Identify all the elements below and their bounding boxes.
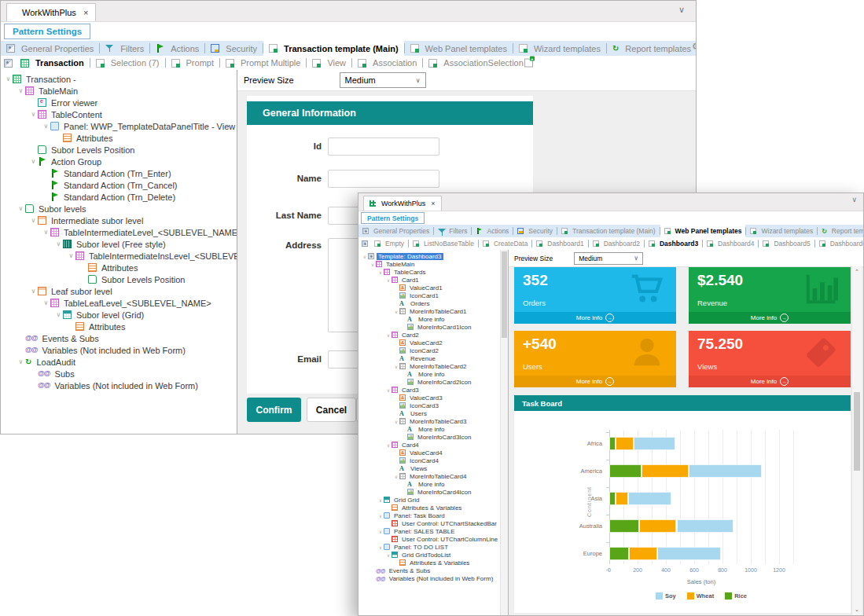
confirm-button[interactable]: Confirm bbox=[247, 398, 301, 422]
tree-item-panel-wwp-templatedatapaneltitle-view-detail-d[interactable]: ∨Panel: WWP_TemplateDataPanelTitle - Vie… bbox=[1, 120, 237, 132]
cancel-button[interactable]: Cancel bbox=[307, 398, 356, 422]
tree-item-valuecard4[interactable]: ValueCard4 bbox=[358, 449, 508, 456]
tab-wizard-templates[interactable]: Wizard templates bbox=[746, 225, 817, 237]
card-more-info-link[interactable]: More info→ bbox=[514, 376, 676, 387]
expander-chevron-icon[interactable]: ∨ bbox=[385, 442, 392, 448]
tree-item-attributes[interactable]: Attributes bbox=[1, 262, 237, 273]
subtab-dashboard1[interactable]: Dashboard1 bbox=[532, 237, 587, 250]
tree-item-variables-not-included-in-web-form[interactable]: Variables (Not included in Web Form) bbox=[1, 380, 237, 391]
tree-item-user-control-utchartstackedbar[interactable]: User Control: UTChartStackedBar bbox=[358, 519, 508, 527]
expander-chevron-icon[interactable]: ∨ bbox=[29, 158, 38, 165]
page-plus-icon[interactable] bbox=[524, 59, 533, 68]
tree-item-subor-level-grid[interactable]: ∨Subor level (Grid) bbox=[1, 309, 237, 321]
tab-web-panel-templates[interactable]: Web Panel templates bbox=[405, 41, 513, 56]
tree-item-card1[interactable]: ∨Card1 bbox=[358, 276, 508, 284]
tab-actions[interactable]: Actions bbox=[150, 41, 204, 56]
tree-item-action-group[interactable]: ∨Action Group bbox=[1, 156, 237, 167]
expander-chevron-icon[interactable]: ∨ bbox=[369, 262, 376, 267]
scroll-up-icon[interactable]: ⌃ bbox=[852, 269, 862, 275]
subtab-listnobasetable[interactable]: ListNoBaseTable bbox=[409, 237, 478, 250]
pattern-settings-button[interactable]: Pattern Settings bbox=[4, 24, 90, 39]
tree-item-intermediate-subor-level[interactable]: ∨Intermediate subor level bbox=[1, 214, 237, 226]
tree-item-tablemain[interactable]: ∨TableMain bbox=[1, 85, 237, 97]
tree-item-tablecards[interactable]: ∨TableCards bbox=[358, 268, 508, 276]
expander-chevron-icon[interactable]: ∨ bbox=[42, 229, 50, 236]
card-more-info-link[interactable]: More info→ bbox=[689, 376, 851, 387]
tree-scrollbar-thumb[interactable] bbox=[502, 251, 507, 338]
tree-item-iconcard2[interactable]: IconCard2 bbox=[358, 346, 508, 354]
document-tab[interactable]: WorkWithPlus × bbox=[6, 3, 96, 21]
tree-item-subor-levels-position[interactable]: Subor Levels Position bbox=[1, 273, 237, 285]
tree-item-valuecard2[interactable]: ValueCard2 bbox=[358, 339, 508, 346]
tree-item-tableintermediatelevel-sublevel-name[interactable]: ∨TableIntermediateLevel_<SUBLEVEL_NAME> bbox=[1, 226, 237, 238]
subtab-transaction[interactable]: Transaction bbox=[15, 56, 90, 70]
tab-transaction-template-main[interactable]: Transaction template (Main) bbox=[557, 225, 660, 237]
pattern-settings-button[interactable]: Pattern Settings bbox=[361, 212, 425, 224]
tree-item-loadaudit[interactable]: ∨LoadAudit bbox=[1, 356, 237, 368]
expander-chevron-icon[interactable]: ∨ bbox=[393, 474, 399, 479]
subtab-prompt[interactable]: Prompt bbox=[166, 56, 219, 70]
tree-item-variables-not-included-in-web-form[interactable]: Variables (Not included in Web Form) bbox=[1, 344, 237, 356]
card-more-info-link[interactable]: More info→ bbox=[689, 312, 851, 324]
expander-chevron-icon[interactable]: ∨ bbox=[42, 123, 50, 130]
tree-scrollbar[interactable] bbox=[500, 250, 508, 615]
subtab-association[interactable]: Association bbox=[352, 56, 422, 70]
expander-chevron-icon[interactable]: ∨ bbox=[362, 254, 368, 259]
tree-item-tablecontent[interactable]: ∨TableContent bbox=[1, 108, 237, 120]
tree-item-standard-action-trn-delete[interactable]: Standard Action (Trn_Delete) bbox=[1, 191, 237, 203]
expander-chevron-icon[interactable]: ∨ bbox=[17, 87, 25, 94]
tab-general-properties[interactable]: General Properties bbox=[1, 41, 99, 56]
subtab-prompt-multiple[interactable]: Prompt Multiple bbox=[220, 56, 306, 70]
tree-item-subor-level-free-style[interactable]: ∨Subor level (Free style) bbox=[1, 238, 237, 250]
tree-item-panel-to-do-list[interactable]: ∨Panel: TO DO LIST bbox=[358, 543, 508, 551]
gear-icon[interactable] bbox=[692, 41, 696, 56]
tree-item-transaction[interactable]: ∨Transaction - bbox=[1, 73, 237, 85]
scroll-down-icon[interactable]: ⌄ bbox=[852, 607, 862, 613]
expander-chevron-icon[interactable]: ∨ bbox=[29, 111, 38, 118]
tab-report-templates[interactable]: Report templates bbox=[607, 41, 696, 56]
preview-scrollbar-thumb[interactable] bbox=[854, 392, 860, 471]
tab-actions[interactable]: Actions bbox=[472, 225, 513, 237]
tab-wizard-templates[interactable]: Wizard templates bbox=[513, 41, 606, 56]
tree-item-grid-gridtodolist[interactable]: ∨Grid GridTodoList bbox=[358, 551, 508, 559]
tree-item-attributes[interactable]: Attributes bbox=[1, 132, 237, 144]
expander-chevron-icon[interactable]: ∨ bbox=[385, 552, 392, 558]
tree-item-tableleaflevel-sublevel-name[interactable]: ∨TableLeafLevel_<SUBLEVEL_NAME> bbox=[1, 297, 237, 309]
tree-item-attributes-variables[interactable]: Attributes & Variables bbox=[358, 504, 508, 512]
subtab-dashboard2[interactable]: Dashboard2 bbox=[589, 237, 644, 250]
tree-item-more-info[interactable]: More info bbox=[358, 315, 508, 323]
tree-item-orders[interactable]: Orders bbox=[358, 299, 508, 307]
tree-item-subor-levels[interactable]: ∨Subor levels bbox=[1, 203, 237, 214]
tree-item-card2[interactable]: ∨Card2 bbox=[358, 331, 508, 339]
subtab-view[interactable]: View bbox=[307, 56, 351, 70]
subtab-dashboard5[interactable]: Dashboard5 bbox=[759, 237, 814, 250]
expander-chevron-icon[interactable]: ∨ bbox=[377, 513, 384, 519]
document-tab[interactable]: WorkWithPlus × bbox=[363, 196, 442, 211]
chevron-down-icon[interactable]: ∨ bbox=[851, 196, 857, 204]
subtab-selection-7[interactable]: Selection (7) bbox=[90, 56, 165, 70]
tab-report-templates[interactable]: Report templates bbox=[818, 225, 863, 237]
expander-chevron-icon[interactable]: ∨ bbox=[67, 252, 75, 259]
expander-chevron-icon[interactable]: ∨ bbox=[4, 75, 13, 82]
tree-item-leaf-subor-level[interactable]: ∨Leaf subor level bbox=[1, 285, 237, 297]
card-more-info-link[interactable]: More info→ bbox=[514, 312, 676, 324]
expander-chevron-icon[interactable]: ∨ bbox=[17, 358, 25, 365]
preview-size-select[interactable]: Medium ∨ bbox=[574, 252, 643, 265]
subtab-empty[interactable]: Empty bbox=[370, 237, 408, 250]
subtab-dashboard6[interactable]: Dashboard6 bbox=[815, 237, 863, 250]
tab-transaction-template-main[interactable]: Transaction template (Main) bbox=[263, 41, 403, 56]
expander-chevron-icon[interactable]: ∨ bbox=[17, 205, 25, 212]
expander-chevron-icon[interactable]: ∨ bbox=[42, 299, 50, 306]
tree-item-panel-sales-table[interactable]: ∨Panel: SALES TABLE bbox=[358, 527, 508, 535]
tree-item-card3[interactable]: ∨Card3 bbox=[358, 386, 508, 394]
tree-item-attributes-variables[interactable]: Attributes & Variables bbox=[358, 559, 508, 566]
expander-chevron-icon[interactable]: ∨ bbox=[393, 309, 399, 314]
expander-chevron-icon[interactable]: ∨ bbox=[54, 240, 63, 248]
expander-chevron-icon[interactable]: ∨ bbox=[377, 529, 384, 534]
tree-item-card4[interactable]: ∨Card4 bbox=[358, 441, 508, 449]
close-icon[interactable]: × bbox=[431, 200, 435, 207]
tree-item-iconcard4[interactable]: IconCard4 bbox=[358, 456, 508, 464]
tree-item-moreinfotablecard3[interactable]: ∨MoreInfoTableCard3 bbox=[358, 417, 508, 425]
tree-item-user-control-utchartcolumnline[interactable]: User Control: UTChartColumnLine bbox=[358, 535, 508, 543]
tree-item-attributes[interactable]: Attributes bbox=[1, 321, 237, 332]
